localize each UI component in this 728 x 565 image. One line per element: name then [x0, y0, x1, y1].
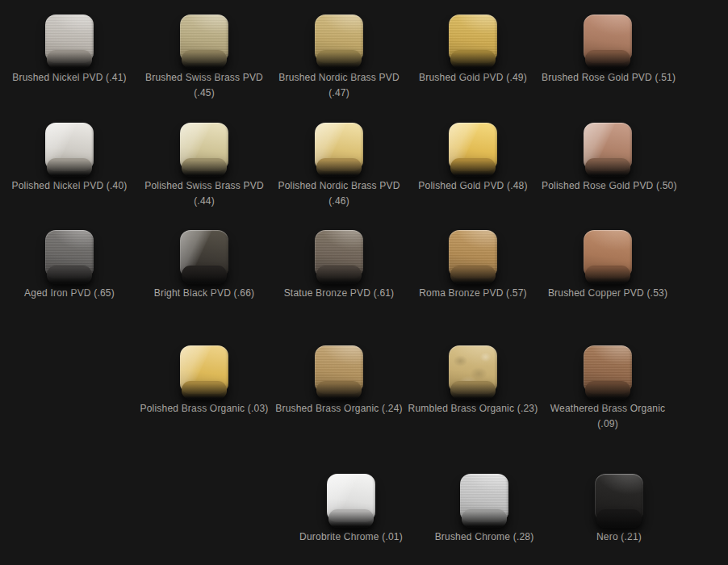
swatch-brushed-gold-pvd[interactable]: [449, 15, 497, 63]
finish-label: Rumbled Brass Organic (.23): [407, 401, 539, 416]
swatch-brushed-copper-pvd[interactable]: [584, 230, 632, 278]
finish-item-polished-swiss-brass-pvd[interactable]: Polished Swiss Brass PVD (.44): [138, 123, 270, 209]
swatch-polished-gold-pvd[interactable]: [449, 123, 497, 171]
finish-label-line2: (.46): [273, 194, 405, 209]
finish-label-line1: Brushed Copper PVD (.53): [542, 286, 674, 301]
swatch-bright-black-pvd[interactable]: [180, 230, 228, 278]
finish-label-line1: Durobrite Chrome (.01): [285, 529, 417, 545]
finish-item-bright-black-pvd[interactable]: Bright Black PVD (.66): [138, 230, 270, 301]
finish-label-line1: Brushed Gold PVD (.49): [407, 70, 539, 86]
finish-item-brushed-swiss-brass-pvd[interactable]: Brushed Swiss Brass PVD (.45): [138, 15, 270, 101]
finish-item-brushed-copper-pvd[interactable]: Brushed Copper PVD (.53): [542, 230, 674, 301]
finish-label-line1: Rumbled Brass Organic (.23): [407, 401, 539, 416]
finish-label: Brushed Copper PVD (.53): [542, 286, 674, 301]
finish-label-line1: Brushed Chrome (.28): [418, 529, 550, 545]
swatch-roma-bronze-pvd[interactable]: [449, 230, 497, 278]
finish-label-line2: (.47): [273, 86, 405, 101]
swatch-aged-iron-pvd[interactable]: [45, 230, 94, 278]
swatch-statue-bronze-pvd[interactable]: [315, 230, 363, 278]
finish-item-brushed-brass-organic[interactable]: Brushed Brass Organic (.24): [273, 345, 405, 416]
finish-label-line1: Brushed Nordic Brass PVD: [273, 70, 405, 86]
swatch-nero[interactable]: [595, 474, 643, 522]
swatch-brushed-nickel-pvd[interactable]: [45, 15, 94, 63]
finish-item-durobrite-chrome[interactable]: Durobrite Chrome (.01): [285, 474, 417, 545]
finish-label-line1: Polished Rose Gold PVD (.50): [542, 178, 674, 194]
finish-label: Polished Swiss Brass PVD (.44): [138, 178, 270, 209]
finish-item-weathered-brass-organic[interactable]: Weathered Brass Organic (.09): [542, 345, 674, 432]
finish-item-polished-rose-gold-pvd[interactable]: Polished Rose Gold PVD (.50): [542, 123, 674, 194]
finish-label-line1: Polished Swiss Brass PVD: [138, 178, 270, 194]
finish-label: Brushed Nordic Brass PVD (.47): [273, 70, 405, 101]
finish-label: Brushed Brass Organic (.24): [273, 401, 405, 416]
swatch-polished-swiss-brass-pvd[interactable]: [180, 123, 228, 171]
swatch-polished-nickel-pvd[interactable]: [45, 123, 94, 171]
swatch-brushed-nordic-brass-pvd[interactable]: [315, 15, 363, 63]
finish-label: Brushed Rose Gold PVD (.51): [542, 70, 674, 86]
finish-label: Weathered Brass Organic (.09): [542, 401, 674, 432]
finish-label-line1: Polished Gold PVD (.48): [407, 178, 539, 194]
finish-item-polished-nickel-pvd[interactable]: Polished Nickel PVD (.40): [3, 123, 136, 194]
finish-label-line1: Brushed Nickel PVD (.41): [3, 70, 136, 86]
swatch-durobrite-chrome[interactable]: [327, 474, 375, 522]
finish-item-roma-bronze-pvd[interactable]: Roma Bronze PVD (.57): [407, 230, 539, 301]
finish-label-line1: Polished Brass Organic (.03): [138, 401, 270, 416]
finish-item-brushed-nordic-brass-pvd[interactable]: Brushed Nordic Brass PVD (.47): [273, 15, 405, 101]
finish-item-nero[interactable]: Nero (.21): [553, 474, 685, 545]
finish-label-line1: Aged Iron PVD (.65): [3, 286, 136, 301]
finish-item-brushed-gold-pvd[interactable]: Brushed Gold PVD (.49): [407, 15, 539, 86]
finish-item-brushed-chrome[interactable]: Brushed Chrome (.28): [418, 474, 550, 545]
finish-label: Polished Nordic Brass PVD (.46): [273, 178, 405, 209]
finish-label-line2: (.45): [138, 86, 270, 101]
finish-item-rumbled-brass-organic[interactable]: Rumbled Brass Organic (.23): [407, 345, 539, 416]
finish-label: Bright Black PVD (.66): [138, 286, 270, 301]
finish-item-polished-gold-pvd[interactable]: Polished Gold PVD (.48): [407, 123, 539, 194]
finish-label: Nero (.21): [553, 529, 685, 545]
swatch-polished-brass-organic[interactable]: [180, 345, 228, 394]
swatch-brushed-brass-organic[interactable]: [315, 345, 363, 394]
finish-label-line1: Roma Bronze PVD (.57): [407, 286, 539, 301]
finish-label-line1: Bright Black PVD (.66): [138, 286, 270, 301]
finish-label: Aged Iron PVD (.65): [3, 286, 136, 301]
swatch-polished-rose-gold-pvd[interactable]: [584, 123, 632, 171]
finish-grid: Brushed Nickel PVD (.41) Brushed Swiss B…: [0, 0, 728, 565]
finish-label: Statue Bronze PVD (.61): [273, 286, 405, 301]
finish-label: Polished Rose Gold PVD (.50): [542, 178, 674, 194]
finish-label-line1: Brushed Rose Gold PVD (.51): [542, 70, 674, 86]
finish-item-brushed-rose-gold-pvd[interactable]: Brushed Rose Gold PVD (.51): [542, 15, 674, 86]
finish-item-polished-brass-organic[interactable]: Polished Brass Organic (.03): [138, 345, 270, 416]
finish-label-line1: Brushed Swiss Brass PVD: [138, 70, 270, 86]
swatch-brushed-swiss-brass-pvd[interactable]: [180, 15, 228, 63]
finish-label-line1: Polished Nordic Brass PVD: [273, 178, 405, 194]
finish-label-line2: (.09): [542, 416, 674, 432]
finish-label: Polished Brass Organic (.03): [138, 401, 270, 416]
swatch-brushed-chrome[interactable]: [460, 474, 508, 522]
finish-label-line1: Nero (.21): [553, 529, 685, 545]
finish-label: Polished Nickel PVD (.40): [3, 178, 136, 194]
finish-label: Brushed Nickel PVD (.41): [3, 70, 136, 86]
finish-label: Brushed Swiss Brass PVD (.45): [138, 70, 270, 101]
finish-label: Brushed Gold PVD (.49): [407, 70, 539, 86]
finish-item-statue-bronze-pvd[interactable]: Statue Bronze PVD (.61): [273, 230, 405, 301]
finish-item-polished-nordic-brass-pvd[interactable]: Polished Nordic Brass PVD (.46): [273, 123, 405, 209]
finish-label-line1: Polished Nickel PVD (.40): [3, 178, 136, 194]
swatch-rumbled-brass-organic[interactable]: [449, 345, 497, 394]
finish-label: Polished Gold PVD (.48): [407, 178, 539, 194]
finish-label-line1: Brushed Brass Organic (.24): [273, 401, 405, 416]
swatch-weathered-brass-organic[interactable]: [584, 345, 632, 394]
finish-item-aged-iron-pvd[interactable]: Aged Iron PVD (.65): [3, 230, 136, 301]
finish-label: Durobrite Chrome (.01): [285, 529, 417, 545]
finish-item-brushed-nickel-pvd[interactable]: Brushed Nickel PVD (.41): [3, 15, 136, 86]
finish-label-line1: Statue Bronze PVD (.61): [273, 286, 405, 301]
swatch-brushed-rose-gold-pvd[interactable]: [584, 15, 632, 63]
finish-label-line1: Weathered Brass Organic: [542, 401, 674, 416]
swatch-polished-nordic-brass-pvd[interactable]: [315, 123, 363, 171]
finish-label: Roma Bronze PVD (.57): [407, 286, 539, 301]
finish-label: Brushed Chrome (.28): [418, 529, 550, 545]
finish-label-line2: (.44): [138, 194, 270, 209]
